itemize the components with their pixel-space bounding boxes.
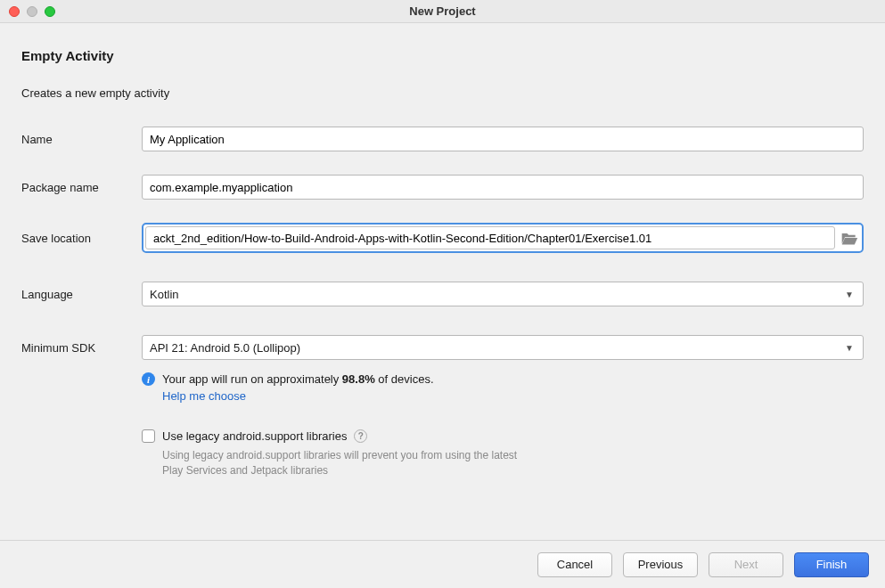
- save-location-field: [142, 223, 864, 253]
- help-me-choose-link[interactable]: Help me choose: [162, 389, 864, 403]
- dialog-content: Empty Activity Creates a new empty activ…: [0, 23, 885, 540]
- name-label: Name: [21, 133, 142, 146]
- info-icon: i: [142, 372, 155, 386]
- minimize-icon: [27, 6, 37, 17]
- titlebar: New Project: [0, 0, 885, 23]
- sdk-info-prefix: Your app will run on approximately: [162, 372, 342, 386]
- chevron-down-icon: ▼: [845, 343, 854, 353]
- min-sdk-select[interactable]: API 21: Android 5.0 (Lollipop) ▼: [142, 335, 864, 360]
- maximize-icon[interactable]: [45, 6, 55, 17]
- save-location-row: Save location: [21, 223, 864, 253]
- language-select[interactable]: Kotlin ▼: [142, 282, 864, 306]
- legacy-checkbox[interactable]: [142, 429, 155, 443]
- new-project-dialog: New Project Empty Activity Creates a new…: [0, 0, 885, 588]
- min-sdk-row: Minimum SDK API 21: Android 5.0 (Lollipo…: [21, 335, 864, 360]
- dialog-footer: Cancel Previous Next Finish: [0, 540, 885, 588]
- page-heading: Empty Activity: [21, 48, 864, 63]
- language-value: Kotlin: [150, 288, 179, 301]
- min-sdk-value: API 21: Android 5.0 (Lollipop): [150, 341, 300, 355]
- close-icon[interactable]: [9, 6, 20, 17]
- language-row: Language Kotlin ▼: [21, 282, 864, 306]
- sdk-info-suffix: of devices.: [375, 372, 434, 386]
- chevron-down-icon: ▼: [845, 290, 854, 299]
- package-input[interactable]: [142, 175, 864, 200]
- previous-button[interactable]: Previous: [623, 552, 698, 577]
- language-label: Language: [21, 288, 142, 301]
- save-location-input[interactable]: [145, 226, 835, 249]
- window-title: New Project: [0, 4, 885, 18]
- name-row: Name: [21, 127, 864, 151]
- legacy-checkbox-label: Use legacy android.support libraries: [162, 429, 347, 443]
- cancel-button[interactable]: Cancel: [537, 552, 612, 577]
- legacy-block: Use legacy android.support libraries ? U…: [142, 429, 864, 478]
- finish-button[interactable]: Finish: [794, 552, 869, 577]
- save-location-label: Save location: [21, 232, 142, 245]
- sdk-info-text: Your app will run on approximately 98.8%…: [162, 372, 434, 386]
- legacy-note: Using legacy android.support libraries w…: [162, 448, 537, 478]
- sdk-info-percent: 98.8%: [342, 372, 375, 386]
- min-sdk-label: Minimum SDK: [21, 341, 142, 355]
- package-label: Package name: [21, 181, 142, 194]
- window-controls: [9, 6, 55, 17]
- folder-open-icon[interactable]: [840, 230, 858, 246]
- sdk-info-block: i Your app will run on approximately 98.…: [142, 372, 864, 403]
- page-subheading: Creates a new empty activity: [21, 86, 864, 100]
- name-input[interactable]: [142, 127, 864, 151]
- help-icon[interactable]: ?: [354, 429, 367, 443]
- package-row: Package name: [21, 175, 864, 200]
- next-button: Next: [709, 552, 783, 577]
